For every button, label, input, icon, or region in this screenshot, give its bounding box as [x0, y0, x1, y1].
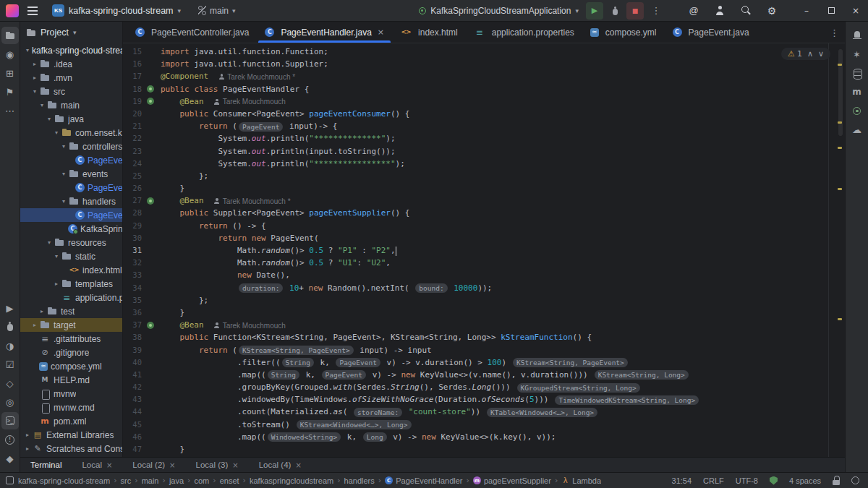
problems-tool-button[interactable]: ! [1, 431, 19, 448]
code-line-32[interactable]: 32 Math.random()> 0.5 ? "U1": "U2", [123, 257, 845, 269]
tree-item-java[interactable]: ▾java [20, 112, 122, 126]
tree-item-scratches-and-consoles[interactable]: ▸✎Scratches and Consoles [20, 442, 122, 455]
inspections-widget[interactable]: ⚠ 1 ∧ ∨ [781, 48, 830, 60]
tree-item-events[interactable]: ▾events [20, 167, 122, 181]
code-line-35[interactable]: 35 }; [123, 294, 845, 307]
main-menu-button[interactable] [23, 1, 42, 20]
code-line-46[interactable]: 46 .map((Windowed<String> k, Long v) -> … [123, 431, 845, 443]
tree-item-src[interactable]: ▾src [20, 85, 122, 98]
tree-item-application-properties[interactable]: ≡application.properties [20, 291, 122, 304]
run-config-selector[interactable]: KafkaSpringCloudStreamApplication ▾ [414, 4, 583, 17]
branch-selector[interactable]: main ▾ [194, 4, 240, 17]
code-line-30[interactable]: 30 return new PageEvent( [123, 232, 845, 244]
code-line-41[interactable]: 41 .map((String k, PageEvent v) -> new K… [123, 369, 845, 381]
code-line-47[interactable]: 47 } [123, 443, 845, 455]
code-line-44[interactable]: 44 .count(Materialized.as( storeName: "c… [123, 406, 845, 418]
tree-item-gitignore[interactable]: ⊘.gitignore [20, 346, 122, 359]
breadcrumb-pageeventhandler[interactable]: CPageEventHandler [385, 476, 462, 485]
code-line-15[interactable]: 15import java.util.function.Function; [123, 46, 845, 58]
warning-stripe-mark[interactable] [838, 64, 842, 66]
tree-item-idea[interactable]: ▸.idea [20, 57, 122, 71]
tree-item-mvnw[interactable]: mvnw [20, 387, 122, 401]
tree-item-pageevent[interactable]: CPageEvent [20, 181, 122, 194]
editor-tab-pageevent-java[interactable]: CPageEvent.java [665, 22, 757, 43]
tree-item-controllers[interactable]: ▾controllers [20, 140, 122, 153]
debug-button[interactable] [606, 2, 624, 20]
terminal-tool-button[interactable] [1, 412, 19, 429]
file-encoding[interactable]: UTF-8 [736, 476, 758, 485]
terminal-tab-terminal[interactable]: Terminal [30, 461, 61, 469]
tree-item-kafkaspringcloudstreamapplication[interactable]: CKafkaSpringCloudStreamApplication [20, 222, 122, 236]
project-selector[interactable]: KS kafka-spring-cloud-stream ▾ [48, 3, 185, 18]
code-line-43[interactable]: 43 .windowedBy(TimeWindows.ofSizeWithNoG… [123, 393, 845, 406]
tree-item-help-md[interactable]: MHELP.md [20, 373, 122, 387]
editor-tab-index-html[interactable]: <>index.html [392, 22, 466, 43]
tree-item-target[interactable]: ▸target [20, 318, 122, 332]
code-line-16[interactable]: 16import java.util.function.Supplier; [123, 58, 845, 70]
more-actions-button[interactable]: ⋮ [647, 1, 665, 20]
caret-position[interactable]: 31:54 [672, 476, 692, 485]
minimize-button[interactable]: – [794, 0, 819, 22]
coverage-tool-button[interactable]: ◎ [1, 393, 19, 411]
editor-scrollbar[interactable] [835, 43, 845, 457]
project-tool-button[interactable] [1, 27, 19, 44]
tree-item-gitattributes[interactable]: ≡.gitattributes [20, 332, 122, 346]
structure-tool-button[interactable]: ⊞ [1, 64, 19, 82]
line-separator[interactable]: CRLF [703, 476, 724, 485]
code-line-37[interactable]: 37 @BeanTarek Mouchmouch [123, 319, 845, 331]
indent-config[interactable]: 4 spaces [789, 476, 821, 485]
run-button[interactable]: ▶ [586, 2, 603, 20]
code-line-42[interactable]: 42 .groupByKey(Grouped.with(Serdes.Strin… [123, 381, 845, 393]
code-line-20[interactable]: 20 public Consumer<PageEvent> pageEventC… [123, 108, 845, 120]
debug-tool-button[interactable] [1, 318, 19, 335]
close-tab-icon[interactable]: × [378, 27, 384, 37]
breadcrumb-pageeventsupplier[interactable]: mpageEventSupplier [473, 476, 551, 485]
code-line-26[interactable]: 26 } [123, 182, 845, 194]
code-line-40[interactable]: 40 .filter((String k, PageEvent v) -> v.… [123, 356, 845, 369]
code-line-29[interactable]: 29 return () -> { [123, 220, 845, 232]
tree-item-test[interactable]: ▸test [20, 304, 122, 318]
code-line-22[interactable]: 22 System.out.println("**************"); [123, 132, 845, 145]
stop-button[interactable]: ■ [626, 2, 644, 20]
remote-tool-button[interactable]: ☁ [848, 121, 866, 138]
warning-stripe-mark[interactable] [838, 121, 842, 124]
code-line-17[interactable]: 17@ComponentTarek Mouchmouch * [123, 70, 845, 82]
tab-options-button[interactable]: ⋮ [830, 22, 839, 43]
warning-stripe-mark[interactable] [838, 318, 842, 320]
code-line-19[interactable]: 19 @BeanTarek Mouchmouch [123, 95, 845, 108]
tree-item-kafka-spring-cloud-stream[interactable]: ▾kafka-spring-cloud-stream [20, 43, 122, 57]
breadcrumb-lambda[interactable]: λLambda [561, 476, 601, 485]
search-everywhere-button[interactable] [736, 1, 755, 20]
tree-item-external-libraries[interactable]: ▸▤External Libraries [20, 428, 122, 442]
editor-tab-pageeventhandler-java[interactable]: CPageEventHandler.java× [257, 22, 392, 43]
readonly-lock-icon[interactable] [833, 476, 840, 485]
maven-tool-button[interactable]: m [848, 83, 866, 100]
run-tool-button[interactable]: ▶ [1, 299, 19, 317]
terminal-tab-local-4[interactable]: Local (4)× [259, 461, 302, 469]
code-line-24[interactable]: 24 System.out.println("****************"… [123, 158, 845, 170]
code-line-21[interactable]: 21 return (PageEvent input)-> { [123, 120, 845, 132]
code-line-36[interactable]: 36 } [123, 307, 845, 319]
tree-item-templates[interactable]: ▸templates [20, 277, 122, 291]
tree-item-compose-yml[interactable]: ≈compose.yml [20, 359, 122, 373]
settings-button[interactable]: ⚙ [762, 1, 781, 20]
warning-stripe-mark[interactable] [838, 188, 842, 190]
close-terminal-tab-icon[interactable]: × [295, 461, 301, 469]
breadcrumb-src[interactable]: src [121, 476, 132, 485]
code-line-33[interactable]: 33 new Date(), [123, 269, 845, 281]
tree-item-pom-xml[interactable]: mpom.xml [20, 414, 122, 428]
terminal-tab-local-3[interactable]: Local (3)× [196, 461, 239, 469]
breadcrumb-kafka-spring-cloud-stream[interactable]: kafka-spring-cloud-stream [18, 476, 110, 485]
tree-item-index-html[interactable]: <>index.html [20, 263, 122, 277]
spring-bean-gutter-icon[interactable] [147, 98, 154, 105]
breadcrumb-enset[interactable]: enset [220, 476, 239, 485]
terminal-tab-local-2[interactable]: Local (2)× [132, 461, 175, 469]
tree-item-pageeventcontroller[interactable]: CPageEventController [20, 153, 122, 167]
spring-bean-gutter-icon[interactable] [147, 322, 154, 329]
code-line-25[interactable]: 25 }; [123, 170, 845, 182]
code-line-28[interactable]: 28 public Supplier<PageEvent> pageEventS… [123, 207, 845, 219]
profiler-tool-button[interactable]: ◑ [1, 337, 19, 354]
code-line-31[interactable]: 31 Math.random()> 0.5 ? "P1" : "P2", [123, 244, 845, 257]
tree-item-main[interactable]: ▾main [20, 98, 122, 112]
code-line-27[interactable]: 27 @BeanTarek Mouchmouch * [123, 194, 845, 207]
